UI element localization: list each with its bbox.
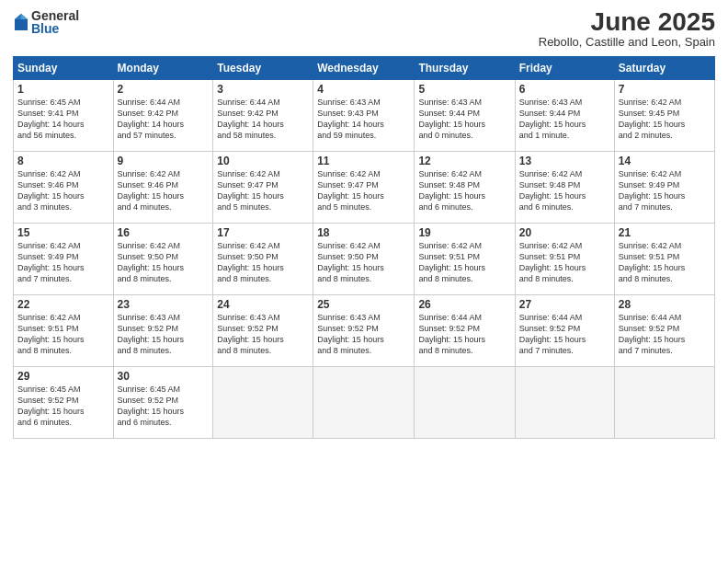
table-row: 29Sunrise: 6:45 AM Sunset: 9:52 PM Dayli… — [14, 367, 114, 439]
table-row — [313, 367, 415, 439]
col-tuesday: Tuesday — [213, 57, 313, 80]
cell-info: Sunrise: 6:44 AM Sunset: 9:52 PM Dayligh… — [418, 312, 510, 357]
day-number: 18 — [317, 226, 410, 239]
cell-info: Sunrise: 6:45 AM Sunset: 9:41 PM Dayligh… — [17, 97, 109, 142]
day-number: 22 — [17, 298, 109, 311]
table-row: 3Sunrise: 6:44 AM Sunset: 9:42 PM Daylig… — [213, 80, 313, 152]
table-row: 15Sunrise: 6:42 AM Sunset: 9:49 PM Dayli… — [14, 224, 114, 295]
day-number: 25 — [317, 298, 410, 311]
col-saturday: Saturday — [614, 57, 714, 80]
table-row: 14Sunrise: 6:42 AM Sunset: 9:49 PM Dayli… — [614, 152, 714, 224]
cell-info: Sunrise: 6:43 AM Sunset: 9:52 PM Dayligh… — [217, 312, 309, 357]
table-row — [614, 367, 714, 439]
table-row — [213, 367, 313, 439]
logo: General Blue — [13, 9, 79, 35]
day-number: 21 — [619, 226, 711, 239]
cell-info: Sunrise: 6:45 AM Sunset: 9:52 PM Dayligh… — [17, 384, 109, 429]
table-row: 2Sunrise: 6:44 AM Sunset: 9:42 PM Daylig… — [113, 80, 213, 152]
cell-info: Sunrise: 6:45 AM Sunset: 9:52 PM Dayligh… — [118, 384, 210, 429]
table-row: 21Sunrise: 6:42 AM Sunset: 9:51 PM Dayli… — [614, 224, 714, 295]
table-row: 26Sunrise: 6:44 AM Sunset: 9:52 PM Dayli… — [415, 295, 515, 367]
day-number: 30 — [118, 370, 210, 383]
day-number: 3 — [217, 83, 309, 96]
day-number: 19 — [418, 226, 510, 239]
table-row: 22Sunrise: 6:42 AM Sunset: 9:51 PM Dayli… — [14, 295, 114, 367]
cell-info: Sunrise: 6:42 AM Sunset: 9:48 PM Dayligh… — [519, 168, 610, 213]
subtitle: Rebollo, Castille and Leon, Spain — [539, 35, 715, 49]
day-number: 16 — [118, 226, 210, 239]
table-row: 7Sunrise: 6:42 AM Sunset: 9:45 PM Daylig… — [614, 80, 714, 152]
cell-info: Sunrise: 6:43 AM Sunset: 9:44 PM Dayligh… — [519, 97, 610, 142]
day-number: 24 — [217, 298, 309, 311]
header-row: Sunday Monday Tuesday Wednesday Thursday… — [14, 57, 715, 80]
page: General Blue June 2025 Rebollo, Castille… — [0, 0, 728, 563]
day-number: 12 — [418, 155, 510, 167]
day-number: 1 — [17, 83, 109, 96]
table-row: 30Sunrise: 6:45 AM Sunset: 9:52 PM Dayli… — [113, 367, 213, 439]
table-row: 27Sunrise: 6:44 AM Sunset: 9:52 PM Dayli… — [515, 295, 614, 367]
day-number: 11 — [317, 155, 410, 167]
cell-info: Sunrise: 6:42 AM Sunset: 9:48 PM Dayligh… — [418, 168, 510, 213]
cell-info: Sunrise: 6:42 AM Sunset: 9:49 PM Dayligh… — [17, 240, 109, 285]
col-friday: Friday — [515, 57, 614, 80]
col-thursday: Thursday — [415, 57, 515, 80]
table-row: 5Sunrise: 6:43 AM Sunset: 9:44 PM Daylig… — [415, 80, 515, 152]
header: General Blue June 2025 Rebollo, Castille… — [13, 9, 715, 49]
cell-info: Sunrise: 6:42 AM Sunset: 9:51 PM Dayligh… — [619, 240, 711, 285]
day-number: 9 — [118, 155, 210, 167]
calendar-week-4: 29Sunrise: 6:45 AM Sunset: 9:52 PM Dayli… — [14, 367, 715, 439]
day-number: 7 — [619, 83, 711, 96]
cell-info: Sunrise: 6:42 AM Sunset: 9:47 PM Dayligh… — [317, 168, 410, 213]
day-number: 14 — [619, 155, 711, 167]
table-row: 11Sunrise: 6:42 AM Sunset: 9:47 PM Dayli… — [313, 152, 415, 224]
table-row: 19Sunrise: 6:42 AM Sunset: 9:51 PM Dayli… — [415, 224, 515, 295]
cell-info: Sunrise: 6:44 AM Sunset: 9:42 PM Dayligh… — [118, 97, 210, 142]
table-row: 24Sunrise: 6:43 AM Sunset: 9:52 PM Dayli… — [213, 295, 313, 367]
day-number: 28 — [619, 298, 711, 311]
col-sunday: Sunday — [14, 57, 114, 80]
cell-info: Sunrise: 6:42 AM Sunset: 9:50 PM Dayligh… — [118, 240, 210, 285]
month-title: June 2025 — [539, 9, 715, 35]
cell-info: Sunrise: 6:43 AM Sunset: 9:52 PM Dayligh… — [317, 312, 410, 357]
cell-info: Sunrise: 6:43 AM Sunset: 9:43 PM Dayligh… — [317, 97, 410, 142]
table-row: 10Sunrise: 6:42 AM Sunset: 9:47 PM Dayli… — [213, 152, 313, 224]
cell-info: Sunrise: 6:42 AM Sunset: 9:51 PM Dayligh… — [418, 240, 510, 285]
day-number: 15 — [17, 226, 109, 239]
day-number: 29 — [17, 370, 109, 383]
table-row: 6Sunrise: 6:43 AM Sunset: 9:44 PM Daylig… — [515, 80, 614, 152]
logo-blue: Blue — [31, 22, 79, 35]
day-number: 6 — [519, 83, 610, 96]
table-row: 17Sunrise: 6:42 AM Sunset: 9:50 PM Dayli… — [213, 224, 313, 295]
day-number: 27 — [519, 298, 610, 311]
calendar-week-3: 22Sunrise: 6:42 AM Sunset: 9:51 PM Dayli… — [14, 295, 715, 367]
cell-info: Sunrise: 6:44 AM Sunset: 9:42 PM Dayligh… — [217, 97, 309, 142]
table-row: 4Sunrise: 6:43 AM Sunset: 9:43 PM Daylig… — [313, 80, 415, 152]
day-number: 8 — [17, 155, 109, 167]
cell-info: Sunrise: 6:42 AM Sunset: 9:47 PM Dayligh… — [217, 168, 309, 213]
cell-info: Sunrise: 6:42 AM Sunset: 9:49 PM Dayligh… — [619, 168, 711, 213]
day-number: 10 — [217, 155, 309, 167]
day-number: 4 — [317, 83, 410, 96]
svg-marker-1 — [21, 14, 28, 19]
cell-info: Sunrise: 6:42 AM Sunset: 9:51 PM Dayligh… — [17, 312, 109, 357]
table-row: 23Sunrise: 6:43 AM Sunset: 9:52 PM Dayli… — [113, 295, 213, 367]
day-number: 20 — [519, 226, 610, 239]
table-row: 28Sunrise: 6:44 AM Sunset: 9:52 PM Dayli… — [614, 295, 714, 367]
cell-info: Sunrise: 6:43 AM Sunset: 9:52 PM Dayligh… — [118, 312, 210, 357]
table-row: 8Sunrise: 6:42 AM Sunset: 9:46 PM Daylig… — [14, 152, 114, 224]
calendar-table: Sunday Monday Tuesday Wednesday Thursday… — [13, 56, 715, 439]
table-row — [415, 367, 515, 439]
table-row: 16Sunrise: 6:42 AM Sunset: 9:50 PM Dayli… — [113, 224, 213, 295]
svg-marker-2 — [15, 14, 21, 19]
calendar-week-1: 8Sunrise: 6:42 AM Sunset: 9:46 PM Daylig… — [14, 152, 715, 224]
cell-info: Sunrise: 6:44 AM Sunset: 9:52 PM Dayligh… — [619, 312, 711, 357]
cell-info: Sunrise: 6:42 AM Sunset: 9:46 PM Dayligh… — [17, 168, 109, 213]
cell-info: Sunrise: 6:42 AM Sunset: 9:50 PM Dayligh… — [217, 240, 309, 285]
cell-info: Sunrise: 6:43 AM Sunset: 9:44 PM Dayligh… — [418, 97, 510, 142]
col-monday: Monday — [113, 57, 213, 80]
calendar-week-0: 1Sunrise: 6:45 AM Sunset: 9:41 PM Daylig… — [14, 80, 715, 152]
day-number: 17 — [217, 226, 309, 239]
table-row: 20Sunrise: 6:42 AM Sunset: 9:51 PM Dayli… — [515, 224, 614, 295]
table-row: 12Sunrise: 6:42 AM Sunset: 9:48 PM Dayli… — [415, 152, 515, 224]
day-number: 2 — [118, 83, 210, 96]
